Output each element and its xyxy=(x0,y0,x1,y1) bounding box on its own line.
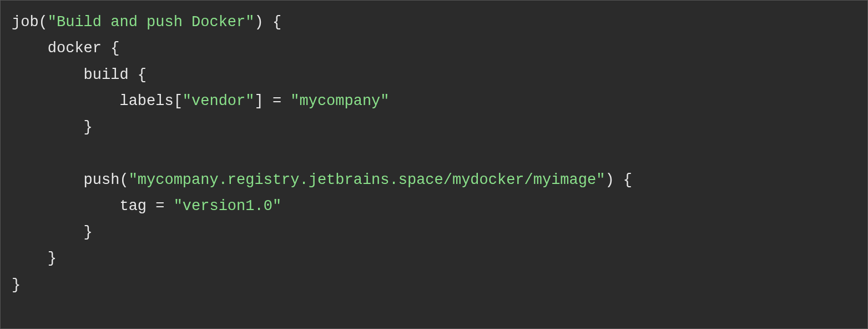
code-token: labels[ xyxy=(12,93,183,109)
code-token: push( xyxy=(12,172,129,188)
code-string: "mycompany.registry.jetbrains.space/mydo… xyxy=(129,172,605,188)
code-token: } xyxy=(12,119,93,136)
code-token: } xyxy=(12,277,21,293)
code-token: ) { xyxy=(254,14,281,31)
code-string: "vendor" xyxy=(183,93,255,109)
code-string: "Build and push Docker" xyxy=(48,14,255,31)
code-token: docker { xyxy=(12,40,119,57)
code-string: "version1.0" xyxy=(174,198,281,215)
code-string: "mycompany" xyxy=(290,93,389,109)
code-token: ) { xyxy=(605,172,632,188)
code-token: ] = xyxy=(254,93,290,109)
code-token: build { xyxy=(12,67,147,83)
code-token: job( xyxy=(12,14,48,31)
code-block: job("Build and push Docker") { docker { … xyxy=(12,9,856,298)
code-token: } xyxy=(12,250,57,267)
code-token: } xyxy=(12,224,93,241)
code-token: tag = xyxy=(12,198,174,215)
